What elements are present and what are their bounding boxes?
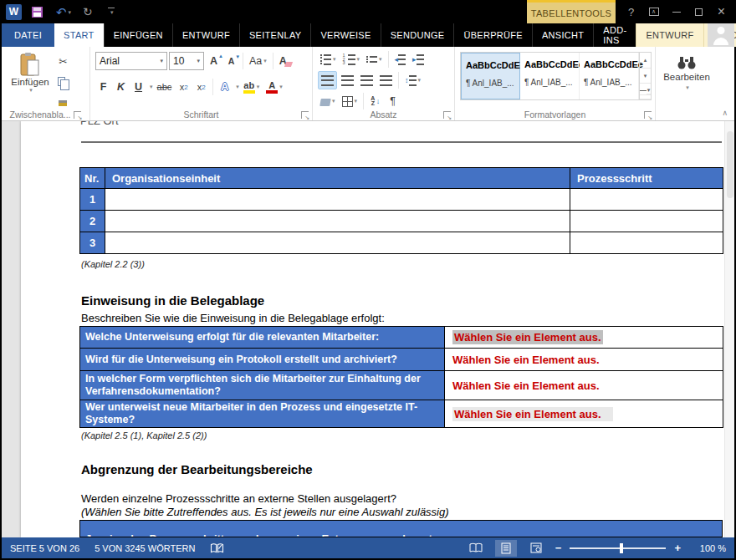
shrink-font-button[interactable]: A▼ — [223, 52, 239, 70]
grow-font-button[interactable]: A▲ — [206, 52, 222, 70]
dropdown-placeholder-selected[interactable]: Wählen Sie ein Element aus. — [452, 330, 603, 344]
gallery-scroll-up-button[interactable]: ▴ — [640, 53, 651, 69]
align-right-button[interactable] — [358, 71, 376, 89]
maximize-button[interactable] — [687, 0, 710, 23]
document-page[interactable]: PLZ Ort Nr. Organisationseinheit Prozess… — [21, 121, 724, 537]
cut-button[interactable]: ✂ — [55, 52, 71, 70]
style-card[interactable]: AaBbCcDdEe ¶ Anl_IAB_... — [580, 53, 639, 99]
dropdown-placeholder[interactable]: Wählen Sie ein Element aus. — [452, 379, 600, 392]
dropdown-placeholder[interactable]: Wählen Sie ein Element aus. — [452, 407, 613, 421]
format-painter-button[interactable] — [55, 92, 71, 110]
read-mode-button[interactable] — [465, 540, 487, 557]
user-avatar[interactable] — [708, 23, 734, 47]
font-dialog-launcher[interactable]: ↘ — [301, 111, 309, 119]
editing-button[interactable]: Bearbeiten ▾ — [661, 50, 713, 91]
tab-addins[interactable]: ADD-INS — [593, 23, 636, 47]
line-spacing-button[interactable]: ↕▾ — [402, 71, 423, 89]
word-count-indicator[interactable]: 5 VON 3245 WÖRTERN — [95, 543, 195, 553]
tab-ueberpruefen[interactable]: ÜBERPRÜFE — [453, 23, 532, 47]
empty-cell[interactable] — [105, 189, 570, 211]
clipped-option-row[interactable]: Ja, einzelne Prozessschritte werden an e… — [79, 520, 723, 537]
text-effects-button[interactable]: A — [217, 78, 233, 96]
copy-button[interactable] — [55, 72, 71, 90]
redo-icon[interactable]: ↻ — [83, 5, 93, 18]
tab-sendungen[interactable]: SENDUNGE — [381, 23, 454, 47]
highlight-color-button[interactable]: ab▾ — [241, 78, 263, 96]
align-center-button[interactable] — [339, 71, 356, 89]
briefing-question-table[interactable]: Welche Unterweisung erfolgt für die rele… — [79, 326, 723, 428]
empty-cell[interactable] — [570, 211, 723, 232]
proofing-status-button[interactable] — [210, 542, 224, 554]
paste-button[interactable]: Einfügen ▾ — [7, 50, 54, 110]
italic-button[interactable]: K — [113, 78, 129, 96]
superscript-button[interactable]: x2 — [193, 78, 209, 96]
vertical-scrollbar[interactable] — [724, 121, 734, 537]
decrease-indent-button[interactable]: ◂ — [392, 50, 409, 69]
font-family-select[interactable]: Arial▾ — [95, 52, 167, 70]
borders-button[interactable]: ▾ — [340, 92, 360, 110]
page-indicator[interactable]: SEITE 5 VON 26 — [10, 543, 79, 553]
bullet-list-button[interactable]: ▾ — [318, 50, 339, 69]
scrollbar-thumb[interactable] — [727, 131, 733, 198]
bold-button[interactable]: F — [95, 78, 111, 96]
tab-datei[interactable]: DATEI — [2, 23, 54, 47]
font-size-select[interactable]: 10▾ — [169, 52, 204, 70]
zoom-in-button[interactable]: + — [674, 542, 681, 554]
answer-cell[interactable]: Wählen Sie ein Element aus. — [445, 327, 723, 349]
web-layout-button[interactable] — [525, 540, 547, 557]
increase-indent-button[interactable]: ▸ — [410, 50, 427, 69]
underline-button[interactable]: U — [130, 78, 146, 96]
quick-access-customize-button[interactable]: ▾ — [108, 8, 115, 16]
paragraph-dialog-launcher[interactable]: ↘ — [443, 111, 451, 119]
dropdown-placeholder[interactable]: Wählen Sie ein Element aus. — [452, 354, 600, 366]
clipboard-dialog-launcher[interactable]: ↘ — [74, 111, 81, 119]
chevron-down-icon[interactable]: ▾ — [150, 84, 153, 90]
close-button[interactable]: × — [710, 0, 733, 23]
minimize-button[interactable] — [665, 0, 687, 23]
style-card[interactable]: AaBbCcDdEe ¶ Anl_IAB_... — [520, 53, 580, 99]
print-layout-button[interactable] — [495, 540, 517, 557]
change-case-button[interactable]: Aa▾ — [247, 52, 269, 70]
answer-cell[interactable]: Wählen Sie ein Element aus. — [445, 371, 723, 400]
chevron-down-icon[interactable]: ▾ — [69, 6, 72, 18]
shading-button[interactable]: ▾ — [318, 92, 338, 110]
sort-button[interactable]: AZ↓ — [367, 92, 383, 110]
style-card[interactable]: AaBbCcDdEe ¶ Anl_IAB_... — [461, 53, 520, 99]
tab-tabletools-entwurf[interactable]: ENTWURF — [636, 23, 703, 47]
table-row[interactable]: 2 — [80, 211, 723, 232]
tab-entwurf[interactable]: ENTWURF — [172, 23, 239, 47]
empty-cell[interactable] — [570, 232, 723, 254]
zoom-slider-thumb[interactable] — [620, 543, 623, 553]
tab-einfuegen[interactable]: EINFÜGEN — [104, 23, 172, 47]
zoom-slider[interactable] — [570, 547, 666, 549]
styles-dialog-launcher[interactable]: ↘ — [644, 111, 652, 119]
table-row[interactable]: 3 — [80, 232, 723, 254]
show-paragraph-marks-button[interactable]: ¶ — [385, 92, 401, 110]
answer-cell[interactable]: Wählen Sie ein Element aus. — [445, 349, 723, 371]
subscript-button[interactable]: x2 — [176, 78, 192, 96]
empty-cell[interactable] — [105, 211, 570, 232]
gallery-scroll-down-button[interactable]: ▾ — [640, 69, 651, 84]
strikethrough-button[interactable]: abc — [155, 78, 175, 96]
answer-cell[interactable]: Wählen Sie ein Element aus. — [445, 400, 723, 428]
font-color-button[interactable]: A▾ — [263, 78, 285, 96]
undo-button[interactable]: ↶▾ — [56, 6, 71, 18]
justify-button[interactable] — [377, 71, 395, 89]
clear-formatting-button[interactable]: A — [277, 52, 294, 70]
tab-ansicht[interactable]: ANSICHT — [532, 23, 593, 47]
tab-verweise[interactable]: VERWEISE — [310, 23, 380, 47]
tab-seitenlayout[interactable]: SEITENLAY — [239, 23, 310, 47]
empty-cell[interactable] — [570, 189, 723, 211]
gallery-more-button[interactable]: ▾ — [640, 84, 651, 99]
help-button[interactable]: ? — [620, 0, 642, 23]
align-left-button[interactable] — [318, 71, 337, 89]
multilevel-list-button[interactable]: ▾ — [364, 50, 385, 69]
zoom-out-button[interactable]: − — [555, 542, 562, 554]
ribbon-display-options-button[interactable]: ∧ — [642, 0, 665, 23]
save-icon[interactable] — [32, 7, 43, 18]
zoom-level[interactable]: 100 % — [689, 543, 726, 553]
tab-start[interactable]: START — [54, 23, 104, 47]
table-row[interactable]: 1 — [80, 189, 723, 211]
organisation-table[interactable]: Nr. Organisationseinheit Prozessschritt … — [79, 167, 723, 254]
empty-cell[interactable] — [105, 232, 570, 254]
